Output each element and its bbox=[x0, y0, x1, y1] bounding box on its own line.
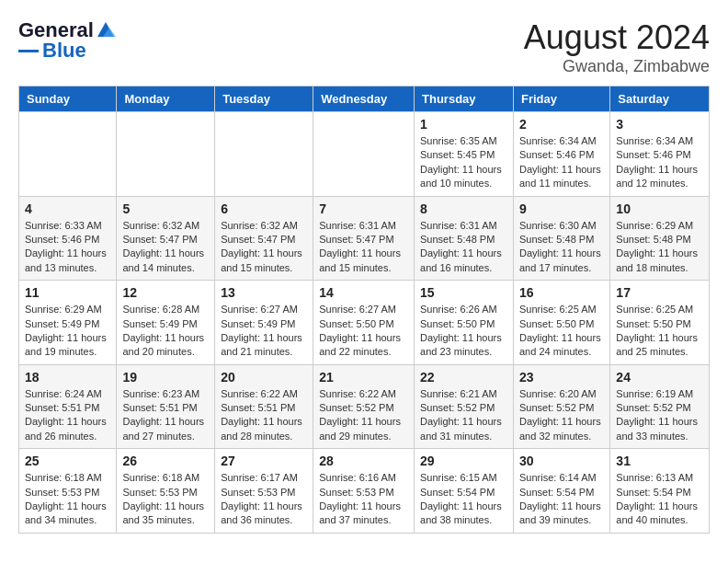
day-number: 13 bbox=[221, 285, 307, 300]
calendar-cell: 14Sunrise: 6:27 AMSunset: 5:50 PMDayligh… bbox=[313, 281, 415, 365]
daylight-hours-cont: and 12 minutes. bbox=[616, 177, 703, 190]
day-number: 26 bbox=[122, 454, 209, 468]
daylight-hours: Daylight: 11 hours bbox=[616, 500, 703, 513]
sunset-info: Sunset: 5:53 PM bbox=[122, 486, 209, 500]
sunset-info: Sunset: 5:51 PM bbox=[25, 401, 110, 415]
day-number: 18 bbox=[25, 370, 110, 385]
daylight-hours-cont: and 20 minutes. bbox=[122, 345, 209, 359]
daylight-hours: Daylight: 11 hours bbox=[519, 247, 604, 260]
daylight-hours: Daylight: 11 hours bbox=[420, 415, 507, 429]
sunset-info: Sunset: 5:46 PM bbox=[25, 233, 110, 247]
sunrise-info: Sunrise: 6:31 AM bbox=[319, 219, 408, 233]
day-number: 27 bbox=[221, 454, 307, 468]
daylight-hours: Daylight: 11 hours bbox=[221, 331, 307, 345]
calendar-cell: 27Sunrise: 6:17 AMSunset: 5:53 PMDayligh… bbox=[215, 449, 313, 534]
daylight-hours-cont: and 39 minutes. bbox=[519, 513, 604, 527]
sunrise-info: Sunrise: 6:15 AM bbox=[420, 471, 507, 485]
daylight-hours-cont: and 21 minutes. bbox=[221, 345, 307, 359]
sunrise-info: Sunrise: 6:27 AM bbox=[221, 303, 307, 316]
sunrise-info: Sunrise: 6:32 AM bbox=[221, 219, 307, 233]
daylight-hours: Daylight: 11 hours bbox=[25, 415, 110, 429]
calendar-day-header: Saturday bbox=[610, 86, 710, 112]
calendar-cell: 31Sunrise: 6:13 AMSunset: 5:54 PMDayligh… bbox=[610, 449, 710, 534]
logo: General Blue bbox=[18, 18, 118, 63]
calendar-day-header: Friday bbox=[513, 86, 609, 112]
daylight-hours-cont: and 40 minutes. bbox=[616, 513, 703, 527]
logo-icon bbox=[96, 20, 116, 40]
sunrise-info: Sunrise: 6:31 AM bbox=[420, 219, 507, 233]
calendar-cell: 13Sunrise: 6:27 AMSunset: 5:49 PMDayligh… bbox=[215, 281, 313, 365]
calendar-cell: 30Sunrise: 6:14 AMSunset: 5:54 PMDayligh… bbox=[513, 449, 609, 534]
sunrise-info: Sunrise: 6:34 AM bbox=[616, 134, 703, 148]
daylight-hours: Daylight: 11 hours bbox=[122, 331, 209, 345]
daylight-hours-cont: and 35 minutes. bbox=[122, 513, 209, 527]
calendar-cell: 11Sunrise: 6:29 AMSunset: 5:49 PMDayligh… bbox=[19, 281, 117, 365]
sunset-info: Sunset: 5:51 PM bbox=[122, 401, 209, 415]
calendar-cell: 4Sunrise: 6:33 AMSunset: 5:46 PMDaylight… bbox=[19, 196, 117, 281]
daylight-hours: Daylight: 11 hours bbox=[25, 331, 110, 345]
day-number: 1 bbox=[420, 117, 507, 132]
day-number: 21 bbox=[319, 370, 408, 385]
calendar-week-row: 4Sunrise: 6:33 AMSunset: 5:46 PMDaylight… bbox=[19, 196, 710, 281]
sunset-info: Sunset: 5:49 PM bbox=[221, 317, 307, 331]
daylight-hours: Daylight: 11 hours bbox=[616, 163, 703, 177]
daylight-hours: Daylight: 11 hours bbox=[519, 331, 604, 345]
sunrise-info: Sunrise: 6:35 AM bbox=[420, 134, 507, 148]
sunrise-info: Sunrise: 6:17 AM bbox=[221, 471, 307, 485]
sunrise-info: Sunrise: 6:34 AM bbox=[519, 134, 604, 148]
calendar-week-row: 1Sunrise: 6:35 AMSunset: 5:45 PMDaylight… bbox=[19, 112, 710, 197]
daylight-hours-cont: and 27 minutes. bbox=[122, 430, 209, 443]
sunset-info: Sunset: 5:51 PM bbox=[221, 401, 307, 415]
daylight-hours: Daylight: 11 hours bbox=[616, 331, 703, 345]
daylight-hours-cont: and 33 minutes. bbox=[616, 430, 703, 443]
daylight-hours: Daylight: 11 hours bbox=[420, 163, 507, 177]
calendar-cell: 24Sunrise: 6:19 AMSunset: 5:52 PMDayligh… bbox=[610, 364, 710, 449]
sunrise-info: Sunrise: 6:29 AM bbox=[25, 303, 110, 316]
daylight-hours-cont: and 26 minutes. bbox=[25, 430, 110, 443]
day-number: 2 bbox=[519, 117, 604, 132]
calendar-cell bbox=[313, 112, 415, 197]
calendar-day-header: Monday bbox=[117, 86, 215, 112]
daylight-hours: Daylight: 11 hours bbox=[122, 247, 209, 260]
daylight-hours-cont: and 31 minutes. bbox=[420, 430, 507, 443]
calendar-cell: 3Sunrise: 6:34 AMSunset: 5:46 PMDaylight… bbox=[610, 112, 710, 197]
day-number: 4 bbox=[25, 201, 110, 216]
daylight-hours-cont: and 15 minutes. bbox=[221, 261, 307, 275]
day-number: 17 bbox=[616, 285, 703, 300]
sunrise-info: Sunrise: 6:33 AM bbox=[25, 219, 110, 233]
daylight-hours: Daylight: 11 hours bbox=[420, 331, 507, 345]
month-year: August 2024 bbox=[524, 18, 710, 57]
daylight-hours: Daylight: 11 hours bbox=[319, 331, 408, 345]
daylight-hours: Daylight: 11 hours bbox=[420, 247, 507, 260]
calendar-cell bbox=[215, 112, 313, 197]
calendar-cell: 12Sunrise: 6:28 AMSunset: 5:49 PMDayligh… bbox=[117, 281, 215, 365]
day-number: 3 bbox=[616, 117, 703, 132]
day-number: 11 bbox=[25, 285, 110, 300]
title-section: August 2024 Gwanda, Zimbabwe bbox=[524, 18, 710, 76]
sunset-info: Sunset: 5:48 PM bbox=[616, 233, 703, 247]
calendar-cell: 17Sunrise: 6:25 AMSunset: 5:50 PMDayligh… bbox=[610, 281, 710, 365]
calendar-cell: 6Sunrise: 6:32 AMSunset: 5:47 PMDaylight… bbox=[215, 196, 313, 281]
calendar-week-row: 11Sunrise: 6:29 AMSunset: 5:49 PMDayligh… bbox=[19, 281, 710, 365]
daylight-hours: Daylight: 11 hours bbox=[616, 247, 703, 260]
sunrise-info: Sunrise: 6:16 AM bbox=[319, 471, 408, 485]
daylight-hours-cont: and 19 minutes. bbox=[25, 345, 110, 359]
sunset-info: Sunset: 5:52 PM bbox=[319, 401, 408, 415]
daylight-hours: Daylight: 11 hours bbox=[122, 415, 209, 429]
sunset-info: Sunset: 5:49 PM bbox=[122, 317, 209, 331]
daylight-hours: Daylight: 11 hours bbox=[221, 415, 307, 429]
sunset-info: Sunset: 5:47 PM bbox=[319, 233, 408, 247]
daylight-hours-cont: and 11 minutes. bbox=[519, 177, 604, 190]
calendar-cell: 2Sunrise: 6:34 AMSunset: 5:46 PMDaylight… bbox=[513, 112, 609, 197]
day-number: 12 bbox=[122, 285, 209, 300]
daylight-hours: Daylight: 11 hours bbox=[25, 500, 110, 513]
day-number: 15 bbox=[420, 285, 507, 300]
calendar-header-row: SundayMondayTuesdayWednesdayThursdayFrid… bbox=[19, 86, 710, 112]
daylight-hours-cont: and 13 minutes. bbox=[25, 261, 110, 275]
sunset-info: Sunset: 5:53 PM bbox=[25, 486, 110, 500]
calendar-cell: 5Sunrise: 6:32 AMSunset: 5:47 PMDaylight… bbox=[117, 196, 215, 281]
sunset-info: Sunset: 5:49 PM bbox=[25, 317, 110, 331]
sunset-info: Sunset: 5:45 PM bbox=[420, 148, 507, 162]
daylight-hours-cont: and 14 minutes. bbox=[122, 261, 209, 275]
daylight-hours: Daylight: 11 hours bbox=[122, 500, 209, 513]
